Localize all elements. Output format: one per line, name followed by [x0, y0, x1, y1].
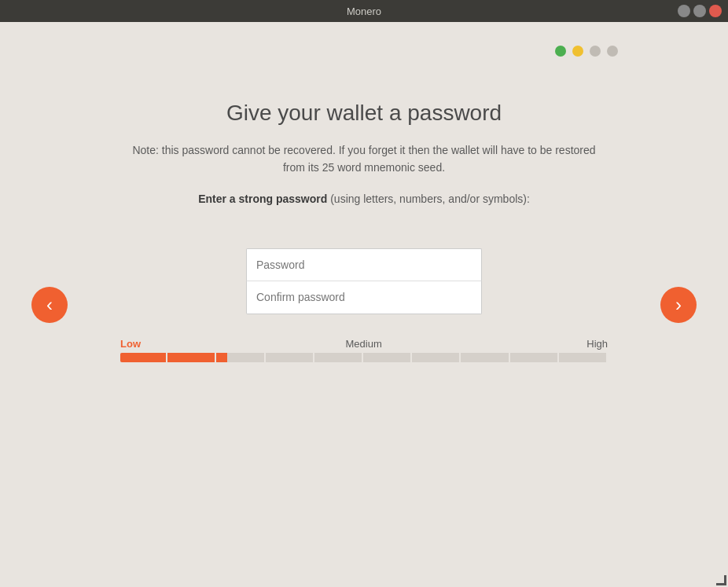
- forward-button[interactable]: ›: [660, 287, 697, 323]
- strength-low-label: Low: [120, 338, 141, 350]
- strength-labels: Low Medium High: [120, 338, 608, 350]
- page-title: Give your wallet a password: [120, 101, 608, 126]
- password-field[interactable]: [246, 248, 482, 281]
- progress-dot-4: [607, 46, 618, 57]
- confirm-password-field[interactable]: [246, 281, 482, 314]
- window-controls: [678, 5, 722, 17]
- password-input-group: [246, 248, 482, 314]
- segment-7: [414, 353, 461, 362]
- instruction-bold: Enter a strong password: [198, 193, 327, 205]
- password-instruction: Enter a strong password (using letters, …: [120, 193, 608, 205]
- back-arrow-icon: ‹: [46, 295, 53, 314]
- segment-6: [365, 353, 412, 362]
- back-button[interactable]: ‹: [31, 287, 68, 323]
- strength-bar: [120, 353, 608, 362]
- segment-4: [267, 353, 314, 362]
- progress-dot-3: [590, 46, 601, 57]
- segment-10: [561, 353, 608, 362]
- close-button[interactable]: [709, 5, 722, 17]
- forward-arrow-icon: ›: [675, 295, 682, 314]
- progress-dot-2: [572, 46, 583, 57]
- resize-handle[interactable]: [715, 574, 728, 587]
- strength-segments: [120, 353, 608, 362]
- page-heading: Give your wallet a password Note: this p…: [120, 101, 608, 225]
- segment-5: [316, 353, 363, 362]
- segment-1: [120, 353, 167, 362]
- segment-2: [169, 353, 216, 362]
- minimize-button[interactable]: [678, 5, 690, 17]
- segment-8: [462, 353, 509, 362]
- strength-high-label: High: [586, 338, 608, 350]
- app-title: Monero: [347, 6, 381, 17]
- progress-dot-1: [555, 46, 566, 57]
- titlebar: Monero: [0, 0, 728, 22]
- page-description: Note: this password cannot be recovered.…: [120, 141, 608, 177]
- strength-container: Low Medium High: [120, 338, 608, 362]
- segment-9: [512, 353, 559, 362]
- instruction-rest: (using letters, numbers, and/or symbols)…: [327, 193, 530, 205]
- main-content: Give your wallet a password Note: this p…: [0, 22, 728, 587]
- maximize-button[interactable]: [693, 5, 706, 17]
- segment-3: [218, 353, 265, 362]
- progress-dots: [555, 46, 618, 57]
- strength-medium-label: Medium: [346, 338, 382, 350]
